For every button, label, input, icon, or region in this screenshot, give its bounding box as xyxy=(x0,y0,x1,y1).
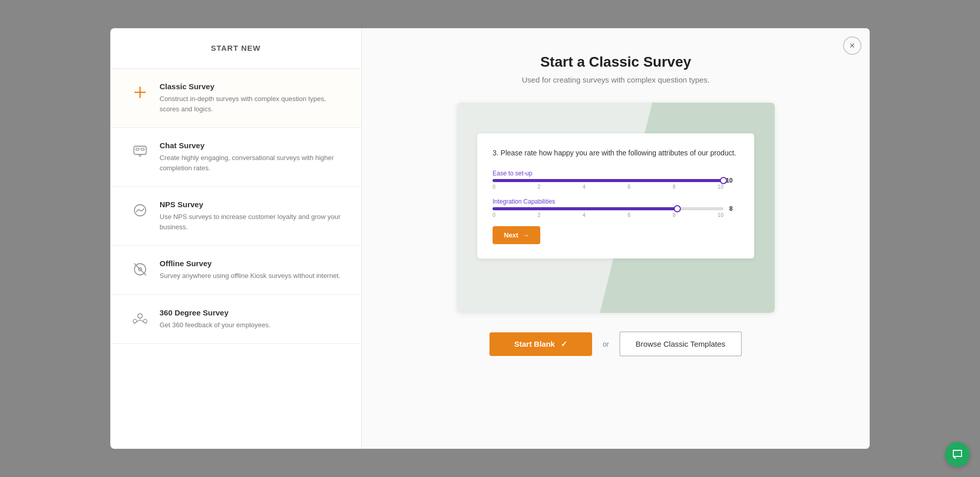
preview-next-button[interactable]: Next → xyxy=(493,226,540,244)
nps-survey-icon xyxy=(131,201,149,220)
right-subtitle: Used for creating surveys with complex q… xyxy=(522,75,710,84)
slider-2-fill xyxy=(493,207,677,210)
start-blank-check-icon: ✓ xyxy=(561,340,567,349)
survey-item-classic[interactable]: Classic Survey Construct in-depth survey… xyxy=(110,69,361,128)
360-survey-content: 360 Degree Survey Get 360 feedback of yo… xyxy=(160,308,341,330)
classic-survey-icon xyxy=(131,83,149,102)
nps-survey-content: NPS Survey Use NPS surveys to increase c… xyxy=(160,200,341,232)
slider-1-fill xyxy=(493,179,723,182)
bottom-actions: Start Blank ✓ or Browse Classic Template… xyxy=(489,331,741,356)
slider-1-label: Ease to set-up xyxy=(493,170,723,177)
chat-survey-content: Chat Survey Create highly engaging, conv… xyxy=(160,141,341,173)
preview-next-arrow: → xyxy=(522,231,529,239)
survey-item-offline[interactable]: Offline Survey Survey anywhere using off… xyxy=(110,246,361,295)
offline-survey-title: Offline Survey xyxy=(160,259,341,268)
svg-rect-4 xyxy=(141,148,144,150)
slider-row-2: Integration Capabilities 8 0 2 4 6 xyxy=(493,198,739,218)
survey-list: Classic Survey Construct in-depth survey… xyxy=(110,69,361,449)
360-survey-icon xyxy=(131,309,149,328)
close-button[interactable]: × xyxy=(843,36,861,55)
modal-overlay: × START NEW Classic Survey xyxy=(0,0,980,477)
svg-point-9 xyxy=(138,313,143,318)
offline-survey-content: Offline Survey Survey anywhere using off… xyxy=(160,259,341,281)
svg-rect-3 xyxy=(136,148,139,150)
360-survey-title: 360 Degree Survey xyxy=(160,308,341,317)
classic-survey-content: Classic Survey Construct in-depth survey… xyxy=(160,82,341,114)
start-blank-button[interactable]: Start Blank ✓ xyxy=(489,332,592,356)
chat-survey-title: Chat Survey xyxy=(160,141,341,150)
preview-inner: 3. Please rate how happy you are with th… xyxy=(457,103,775,313)
chat-survey-icon xyxy=(131,142,149,161)
survey-item-nps[interactable]: NPS Survey Use NPS surveys to increase c… xyxy=(110,187,361,246)
slider-2-thumb xyxy=(674,205,681,212)
offline-survey-icon xyxy=(131,260,149,279)
classic-survey-desc: Construct in-depth surveys with complex … xyxy=(160,94,341,114)
slider-2-track: 8 xyxy=(493,207,723,210)
slider-row-1: Ease to set-up 10 0 2 4 6 xyxy=(493,170,739,190)
classic-survey-title: Classic Survey xyxy=(160,82,341,91)
slider-1-ticks: 0 2 4 6 8 10 xyxy=(493,184,723,190)
left-panel: START NEW Classic Survey Construct in-de… xyxy=(110,28,362,449)
360-survey-desc: Get 360 feedback of your employees. xyxy=(160,320,341,330)
left-header-title: START NEW xyxy=(211,44,261,52)
slider-2-value: 8 xyxy=(729,205,733,212)
slider-2-label: Integration Capabilities xyxy=(493,198,723,205)
slider-2-ticks: 0 2 4 6 8 10 xyxy=(493,212,723,218)
nps-survey-title: NPS Survey xyxy=(160,200,341,209)
right-panel: Start a Classic Survey Used for creating… xyxy=(362,28,870,449)
slider-1-value: 10 xyxy=(726,177,733,184)
preview-content: 3. Please rate how happy you are with th… xyxy=(477,133,754,259)
modal-container: × START NEW Classic Survey xyxy=(110,28,870,449)
survey-item-360[interactable]: 360 Degree Survey Get 360 feedback of yo… xyxy=(110,295,361,344)
or-label: or xyxy=(602,340,609,348)
preview-next-label: Next xyxy=(504,231,518,239)
offline-survey-desc: Survey anywhere using offline Kiosk surv… xyxy=(160,271,341,281)
preview-card: 3. Please rate how happy you are with th… xyxy=(457,103,775,313)
start-blank-label: Start Blank xyxy=(514,340,555,348)
left-header: START NEW xyxy=(110,28,361,69)
preview-question: 3. Please rate how happy you are with th… xyxy=(493,148,739,158)
survey-item-chat[interactable]: Chat Survey Create highly engaging, conv… xyxy=(110,128,361,187)
chat-survey-desc: Create highly engaging, conversational s… xyxy=(160,153,341,173)
chat-support-button[interactable] xyxy=(945,442,970,467)
nps-survey-desc: Use NPS surveys to increase customer loy… xyxy=(160,212,341,232)
browse-templates-button[interactable]: Browse Classic Templates xyxy=(619,331,742,356)
slider-1-track: 10 xyxy=(493,179,723,182)
right-title: Start a Classic Survey xyxy=(540,54,691,70)
